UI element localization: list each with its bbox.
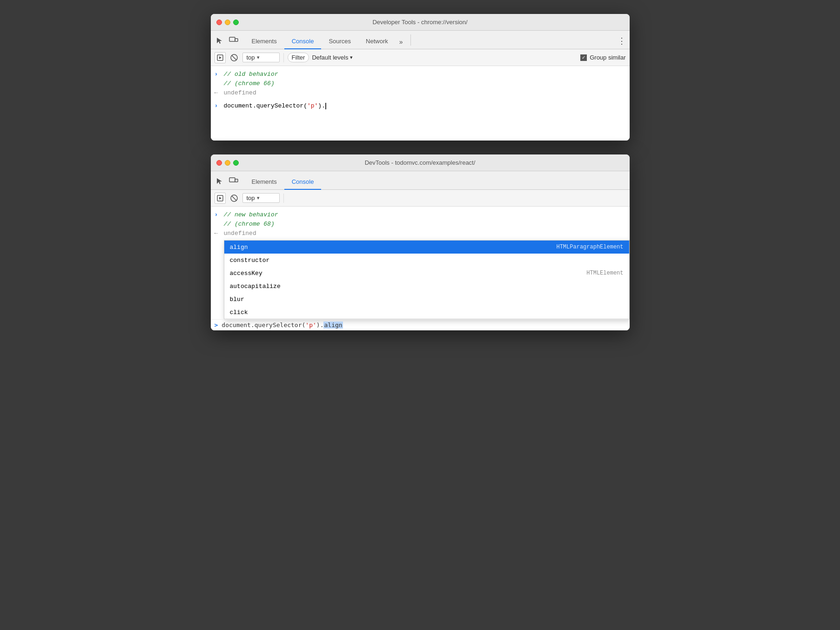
console-text-2: // (chrome 66)	[224, 80, 626, 87]
context-dropdown-arrow-1: ▾	[257, 54, 260, 60]
autocomplete-item-constructor[interactable]: constructor	[224, 254, 629, 267]
svg-rect-6	[229, 178, 235, 182]
console-text-4: // new behavior	[224, 211, 626, 218]
device-toggle-icon-2[interactable]	[228, 176, 239, 187]
svg-marker-9	[219, 197, 222, 200]
autocomplete-label-accesskey: accessKey	[230, 270, 578, 277]
console-line-6: ← undefined	[211, 229, 630, 238]
svg-marker-3	[219, 56, 222, 59]
autocomplete-label-align: align	[230, 244, 547, 251]
minimize-button-1[interactable]	[225, 20, 230, 25]
autocomplete-label-constructor: constructor	[230, 257, 614, 264]
svg-rect-0	[229, 37, 235, 41]
default-levels-label-1: Default levels	[312, 54, 348, 61]
default-levels-arrow-1: ▾	[350, 54, 353, 60]
svg-line-5	[232, 55, 236, 60]
maximize-button-1[interactable]	[233, 20, 239, 25]
console-prefix-1: ›	[215, 71, 224, 78]
autocomplete-selected-text: align	[323, 322, 343, 328]
toolbar-divider-2	[283, 194, 284, 203]
tab-bar-2: Elements Console	[211, 171, 630, 190]
string-value-1: 'p'	[307, 102, 318, 109]
autocomplete-type-accesskey: HTMLElement	[586, 270, 623, 276]
context-dropdown-arrow-2: ▾	[257, 195, 260, 201]
tab-network-1[interactable]: Network	[358, 34, 396, 49]
console-text-6: undefined	[224, 230, 626, 237]
console-toolbar-2: top ▾	[211, 190, 630, 207]
autocomplete-dropdown: align HTMLParagraphElement constructor a…	[224, 240, 630, 319]
device-toggle-icon[interactable]	[228, 36, 239, 46]
context-selector-2[interactable]: top ▾	[242, 193, 280, 203]
console-content-1: › // old behavior // (chrome 66) ← undef…	[211, 66, 630, 141]
console-content-2: › // new behavior // (chrome 68) ← undef…	[211, 207, 630, 330]
autocomplete-item-blur[interactable]: blur	[224, 293, 629, 306]
close-button-2[interactable]	[216, 160, 222, 166]
execute-button-1[interactable]	[215, 52, 226, 63]
console-prefix-3: ←	[215, 89, 224, 96]
tab-more-1[interactable]: »	[396, 34, 407, 49]
console-text-3: undefined	[224, 89, 626, 96]
autocomplete-item-accesskey[interactable]: accessKey HTMLElement	[224, 267, 629, 280]
autocomplete-item-autocapitalize[interactable]: autocapitalize	[224, 280, 629, 293]
tab-console-1[interactable]: Console	[284, 34, 322, 49]
svg-rect-1	[235, 39, 238, 41]
group-similar-checkbox-1[interactable]: ✓	[580, 54, 587, 61]
console-prefix-6: ←	[215, 230, 224, 237]
console-line-4: › // new behavior	[211, 210, 630, 220]
devtools-window-1: Developer Tools - chrome://version/ Elem…	[211, 14, 630, 141]
window-title-2: DevTools - todomvc.com/examples/react/	[365, 159, 476, 166]
select-tool-icon[interactable]	[215, 36, 225, 46]
console-text-5: // (chrome 68)	[224, 221, 626, 228]
console-line-5: // (chrome 68)	[211, 220, 630, 229]
tab-bar-1: Elements Console Sources Network » ⋮	[211, 31, 630, 49]
devtools-menu-icon-1[interactable]: ⋮	[618, 36, 626, 49]
autocomplete-item-click[interactable]: click	[224, 306, 629, 319]
svg-rect-7	[235, 179, 238, 182]
filter-label-1: Filter	[292, 54, 305, 61]
autocomplete-type-align: HTMLParagraphElement	[556, 244, 623, 250]
clear-console-button-1[interactable]	[228, 52, 240, 63]
console-text-1: // old behavior	[224, 71, 626, 78]
toolbar-divider-1	[283, 53, 284, 62]
title-bar-2: DevTools - todomvc.com/examples/react/	[211, 154, 630, 171]
autocomplete-label-autocapitalize: autocapitalize	[230, 283, 614, 290]
tab-bar-icons-1	[215, 36, 239, 49]
string-value-2: 'p'	[305, 322, 316, 328]
clear-console-button-2[interactable]	[228, 193, 240, 204]
filter-input-1[interactable]: Filter	[288, 53, 309, 62]
close-button-1[interactable]	[216, 20, 222, 25]
console-spacer-1	[211, 98, 630, 101]
autocomplete-label-blur: blur	[230, 296, 614, 303]
devtools-window-2: DevTools - todomvc.com/examples/react/ E…	[211, 154, 630, 330]
tab-elements-2[interactable]: Elements	[244, 174, 284, 190]
maximize-button-2[interactable]	[233, 160, 239, 166]
context-selector-1[interactable]: top ▾	[242, 53, 280, 62]
console-input-line-1[interactable]: › document.querySelector('p').	[211, 101, 630, 111]
select-tool-icon-2[interactable]	[215, 176, 225, 187]
console-line-1: › // old behavior	[211, 70, 630, 79]
tab-console-2[interactable]: Console	[284, 174, 322, 190]
console-prefix-4: ›	[215, 211, 224, 218]
execute-button-2[interactable]	[215, 193, 226, 204]
tab-separator-1	[410, 34, 411, 46]
console-input-line-2[interactable]: > document.querySelector('p').align	[211, 319, 630, 330]
console-input-text-2[interactable]: document.querySelector('p').align	[222, 322, 343, 328]
console-prompt-2: >	[215, 322, 218, 328]
console-input-text-1[interactable]: document.querySelector('p').	[224, 102, 626, 109]
traffic-lights-1	[216, 20, 239, 25]
traffic-lights-2	[216, 160, 239, 166]
console-line-2: // (chrome 66)	[211, 79, 630, 88]
title-bar-1: Developer Tools - chrome://version/	[211, 14, 630, 31]
console-toolbar-1: top ▾ Filter Default levels ▾ ✓ Group si…	[211, 49, 630, 66]
minimize-button-2[interactable]	[225, 160, 230, 166]
checkbox-check-1: ✓	[582, 55, 585, 60]
tab-elements-1[interactable]: Elements	[244, 34, 284, 49]
tab-bar-icons-2	[215, 176, 239, 189]
group-similar-1[interactable]: ✓ Group similar	[580, 54, 625, 61]
default-levels-1[interactable]: Default levels ▾	[312, 54, 353, 61]
tab-sources-1[interactable]: Sources	[321, 34, 358, 49]
autocomplete-item-align[interactable]: align HTMLParagraphElement	[224, 241, 629, 254]
window-title-1: Developer Tools - chrome://version/	[372, 19, 467, 26]
context-value-1: top	[247, 54, 255, 61]
autocomplete-label-click: click	[230, 309, 614, 316]
